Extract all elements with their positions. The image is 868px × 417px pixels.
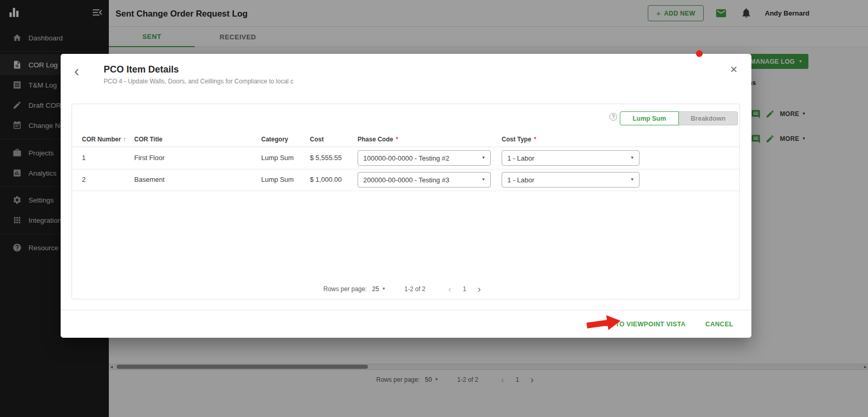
column-cost-type: Cost Type* (502, 136, 536, 143)
notification-badge (696, 50, 703, 57)
next-page-icon[interactable]: › (478, 285, 481, 293)
required-asterisk: * (534, 136, 536, 143)
dialog-footer: PUSH TO VIEWPOINT VISTA CANCEL (61, 310, 751, 338)
lump-sum-toggle[interactable]: Lump Sum (620, 111, 679, 125)
app-screen: Dashboard COR Log T&M Log Draft COR L Ch… (0, 0, 868, 417)
dialog-pagination: Rows per page: 25 ▼ 1-2 of 2 ‹ 1 › (323, 284, 481, 294)
rows-per-page-label: Rows per page: (323, 285, 367, 293)
column-cost[interactable]: Cost (310, 136, 324, 143)
cost-type-select[interactable]: 1 - Labor ▼ (502, 150, 639, 166)
phase-code-select[interactable]: 100000-00-0000 - Testing #2 ▼ (358, 150, 491, 166)
back-icon[interactable]: ‹ (74, 63, 79, 79)
pco-items-card: ? Lump Sum Breakdown COR Number ↑ COR Ti… (72, 104, 740, 299)
dialog-title: PCO Item Details (104, 64, 179, 75)
cancel-button[interactable]: CANCEL (702, 320, 736, 328)
rows-per-page-select[interactable]: 25 ▼ (372, 285, 386, 293)
column-cor-title[interactable]: COR Title (134, 136, 162, 143)
phase-code-select[interactable]: 200000-00-0000 - Testing #3 ▼ (358, 172, 491, 188)
table-row: 1 First Floor Lump Sum $ 5,555.55 100000… (72, 147, 739, 169)
column-category[interactable]: Category (261, 136, 288, 143)
breakdown-toggle[interactable]: Breakdown (679, 111, 738, 125)
required-asterisk: * (396, 136, 399, 143)
caret-down-icon: ▼ (630, 178, 634, 182)
pco-item-details-dialog: ‹ PCO Item Details PCO 4 - Update Walls,… (61, 54, 751, 338)
caret-down-icon: ▼ (481, 156, 486, 160)
page-range: 1-2 of 2 (404, 285, 425, 293)
column-cor-number[interactable]: COR Number ↑ (82, 136, 126, 143)
sort-ascending-icon: ↑ (123, 136, 126, 143)
caret-down-icon: ▼ (381, 287, 386, 291)
column-phase-code: Phase Code* (358, 136, 398, 143)
table-row: 2 Basement Lump Sum $ 1,000.00 200000-00… (72, 169, 739, 191)
page-number[interactable]: 1 (463, 285, 466, 293)
cost-type-select[interactable]: 1 - Labor ▼ (502, 172, 639, 188)
cost-mode-toggle: Lump Sum Breakdown (620, 111, 738, 125)
prev-page-icon[interactable]: ‹ (448, 285, 451, 293)
close-icon[interactable]: × (730, 63, 737, 76)
help-icon[interactable]: ? (609, 113, 617, 121)
table-header: COR Number ↑ COR Title Category Cost Pha… (72, 133, 739, 147)
caret-down-icon: ▼ (481, 178, 486, 182)
caret-down-icon: ▼ (630, 156, 634, 160)
dialog-subtitle: PCO 4 - Update Walls, Doors, and Ceillin… (104, 78, 293, 85)
